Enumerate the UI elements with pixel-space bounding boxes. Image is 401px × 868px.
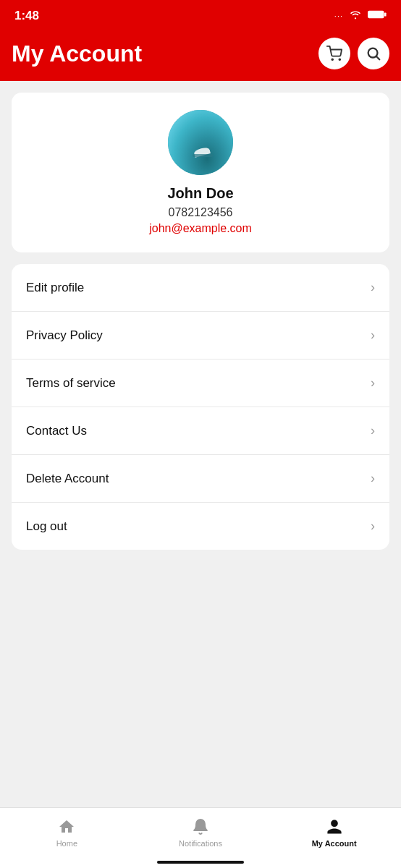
svg-point-2 (332, 59, 333, 60)
profile-phone: 0782123456 (169, 206, 233, 219)
chevron-right-icon: › (371, 519, 375, 534)
tab-my-account-label: My Account (312, 839, 357, 848)
menu-card: Edit profile › Privacy Policy › Terms of… (12, 264, 389, 550)
avatar (168, 110, 233, 175)
profile-name: John Doe (167, 185, 233, 202)
page-title: My Account (12, 41, 142, 67)
chevron-right-icon: › (371, 328, 375, 343)
status-time: 1:48 (14, 9, 39, 23)
svg-rect-0 (368, 11, 384, 18)
tab-my-account[interactable]: My Account (267, 817, 401, 848)
menu-item-edit-profile[interactable]: Edit profile › (12, 264, 389, 312)
notifications-icon (191, 817, 210, 836)
header-actions (318, 38, 389, 69)
menu-item-privacy-policy[interactable]: Privacy Policy › (12, 312, 389, 359)
my-account-icon (325, 817, 344, 836)
search-button[interactable] (358, 38, 389, 69)
tab-home-label: Home (56, 839, 77, 848)
chevron-right-icon: › (371, 423, 375, 438)
page-header: My Account (0, 32, 401, 81)
menu-item-terms-of-service[interactable]: Terms of service › (12, 359, 389, 407)
chevron-right-icon: › (371, 471, 375, 486)
svg-point-3 (339, 59, 340, 60)
status-bar: 1:48 ··· (0, 0, 401, 32)
profile-card: John Doe 0782123456 john@example.com (12, 93, 389, 252)
content-area: John Doe 0782123456 john@example.com Edi… (0, 81, 401, 804)
svg-rect-1 (384, 12, 387, 16)
wifi-icon (349, 9, 362, 22)
chevron-right-icon: › (371, 280, 375, 295)
battery-icon (368, 9, 387, 22)
home-indicator (157, 861, 244, 864)
cart-button[interactable] (318, 38, 350, 69)
menu-item-log-out[interactable]: Log out › (12, 503, 389, 550)
chevron-right-icon: › (371, 375, 375, 391)
status-icons: ··· (334, 9, 387, 22)
signal-icon: ··· (334, 12, 343, 20)
menu-item-contact-us[interactable]: Contact Us › (12, 407, 389, 455)
svg-line-5 (376, 56, 379, 59)
tab-bar: Home Notifications My Account (0, 807, 401, 868)
profile-email: john@example.com (149, 222, 252, 235)
tab-home[interactable]: Home (0, 817, 134, 848)
home-icon (57, 817, 76, 836)
tab-notifications[interactable]: Notifications (134, 817, 268, 848)
menu-item-delete-account[interactable]: Delete Account › (12, 455, 389, 503)
tab-notifications-label: Notifications (179, 839, 222, 848)
